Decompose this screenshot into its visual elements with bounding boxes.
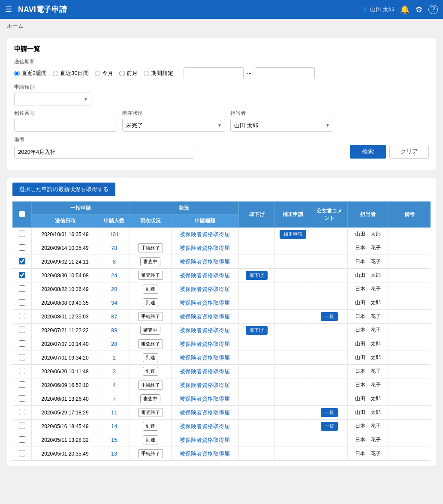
row-date: 2020/05/16 18:45:49 [31, 420, 99, 433]
row-type[interactable]: 被保険者資格取得届 [171, 269, 238, 282]
row-count[interactable]: 28 [99, 282, 130, 296]
doc-badge[interactable]: 一覧 [321, 408, 338, 417]
row-type[interactable]: 被保険者資格取得届 [171, 351, 238, 365]
row-person: 日本 花子 [347, 447, 389, 461]
row-type[interactable]: 被保険者資格取得届 [171, 365, 238, 378]
row-type[interactable]: 被保険者資格取得届 [171, 255, 238, 269]
row-person: 山田 太郎 [347, 392, 389, 406]
date-to-input[interactable] [255, 67, 315, 79]
doc-badge[interactable]: 一覧 [321, 312, 338, 321]
row-doc[interactable]: 一覧 [311, 310, 348, 324]
row-count[interactable]: 3 [99, 365, 130, 378]
period-option-4[interactable]: 前月 [119, 69, 138, 77]
row-checkbox[interactable] [19, 423, 25, 429]
row-checkbox[interactable] [19, 327, 25, 333]
help-icon[interactable]: ? [428, 5, 438, 14]
row-type[interactable]: 被保険者資格取得届 [171, 337, 238, 351]
row-count[interactable]: 87 [99, 310, 130, 324]
row-type[interactable]: 被保険者資格取得届 [171, 378, 238, 392]
row-type[interactable]: 被保険者資格取得届 [171, 420, 238, 433]
gear-icon[interactable]: ⚙ [416, 5, 422, 14]
row-checkbox[interactable] [19, 381, 25, 388]
person-select[interactable]: 山田 太郎 日本 花子 [230, 119, 333, 132]
status-select[interactable]: 未完了 完了 全て [122, 119, 225, 132]
row-checkbox[interactable] [19, 354, 25, 360]
row-type[interactable]: 被保険者資格取得届 [171, 241, 238, 255]
row-count[interactable]: 18 [99, 447, 130, 461]
row-type[interactable]: 被保険者資格取得届 [171, 324, 238, 337]
row-amend [275, 420, 311, 433]
period-radio-4[interactable] [119, 71, 125, 76]
breadcrumb-home[interactable]: ホーム [7, 23, 24, 29]
amend-badge[interactable]: 補正申請 [280, 230, 306, 239]
row-type[interactable]: 被保険者資格取得届 [171, 447, 238, 461]
row-type[interactable]: 被保険者資格取得届 [171, 406, 238, 420]
row-checkbox[interactable] [19, 299, 25, 306]
period-option-1[interactable]: 直近2週間 [14, 69, 47, 77]
fetch-button[interactable]: 選択した申請の最新状況を取得する [12, 183, 115, 196]
row-withdraw [238, 378, 275, 392]
row-checkbox-cell [13, 447, 32, 461]
select-all-checkbox[interactable] [19, 211, 25, 217]
row-checkbox[interactable] [19, 272, 25, 278]
row-checkbox[interactable] [19, 340, 25, 347]
row-withdraw[interactable]: 取下げ [238, 324, 275, 337]
row-doc [311, 296, 348, 310]
doc-badge[interactable]: 一覧 [321, 422, 338, 431]
row-count[interactable]: 15 [99, 433, 130, 447]
row-count[interactable]: 2 [99, 351, 130, 365]
row-doc[interactable]: 一覧 [311, 406, 348, 420]
bell-icon[interactable]: 🔔 [400, 5, 410, 14]
row-count[interactable]: 78 [99, 241, 130, 255]
row-count[interactable]: 7 [99, 392, 130, 406]
row-count[interactable]: 8 [99, 255, 130, 269]
row-checkbox[interactable] [19, 368, 25, 374]
row-type[interactable]: 被保険者資格取得届 [171, 433, 238, 447]
row-doc[interactable]: 一覧 [311, 420, 348, 433]
row-count[interactable]: 14 [99, 420, 130, 433]
row-checkbox[interactable] [19, 231, 25, 237]
row-type[interactable]: 被保険者資格取得届 [171, 296, 238, 310]
row-amend[interactable]: 補正申請 [275, 228, 311, 241]
row-count[interactable]: 11 [99, 406, 130, 420]
search-button[interactable]: 検索 [350, 145, 386, 159]
period-radio-3[interactable] [95, 71, 100, 76]
row-count[interactable]: 4 [99, 378, 130, 392]
row-count[interactable]: 99 [99, 324, 130, 337]
row-count[interactable]: 28 [99, 337, 130, 351]
row-withdraw [238, 255, 275, 269]
memo-input[interactable] [14, 146, 194, 159]
row-checkbox[interactable] [19, 258, 25, 264]
period-radio-1[interactable] [14, 71, 20, 76]
row-checkbox[interactable] [19, 450, 25, 456]
row-checkbox[interactable] [19, 244, 25, 251]
row-type[interactable]: 被保険者資格取得届 [171, 228, 238, 241]
row-type[interactable]: 被保険者資格取得届 [171, 310, 238, 324]
withdraw-badge[interactable]: 取下げ [246, 271, 268, 280]
type-select[interactable]: 被保険者資格取得届 [14, 93, 91, 105]
row-count[interactable]: 34 [99, 296, 130, 310]
period-radio-5[interactable] [144, 71, 149, 76]
row-withdraw[interactable]: 取下げ [238, 269, 275, 282]
row-checkbox[interactable] [19, 409, 25, 415]
row-checkbox-cell [13, 282, 32, 296]
menu-icon[interactable]: ☰ [5, 5, 12, 14]
row-count[interactable]: 101 [99, 228, 130, 241]
row-count[interactable]: 24 [99, 269, 130, 282]
row-checkbox[interactable] [19, 285, 25, 292]
app-title: NAVI電子申請 [18, 4, 357, 15]
row-checkbox[interactable] [19, 436, 25, 443]
row-type[interactable]: 被保険者資格取得届 [171, 282, 238, 296]
arrival-input[interactable] [14, 119, 117, 132]
period-option-2[interactable]: 直近30日間 [53, 69, 88, 77]
table-area: 選択した申請の最新状況を取得する 一括申請 状況 取下げ 補正申請 公文書コメン… [7, 177, 436, 466]
row-checkbox[interactable] [19, 395, 25, 402]
clear-button[interactable]: クリア [389, 145, 429, 159]
withdraw-badge[interactable]: 取下げ [246, 326, 268, 335]
row-type[interactable]: 被保険者資格取得届 [171, 392, 238, 406]
date-from-input[interactable] [184, 67, 244, 79]
period-radio-2[interactable] [53, 71, 58, 76]
period-option-3[interactable]: 今月 [95, 69, 113, 77]
period-option-5[interactable]: 期間指定 [144, 69, 173, 77]
row-checkbox[interactable] [19, 313, 25, 319]
